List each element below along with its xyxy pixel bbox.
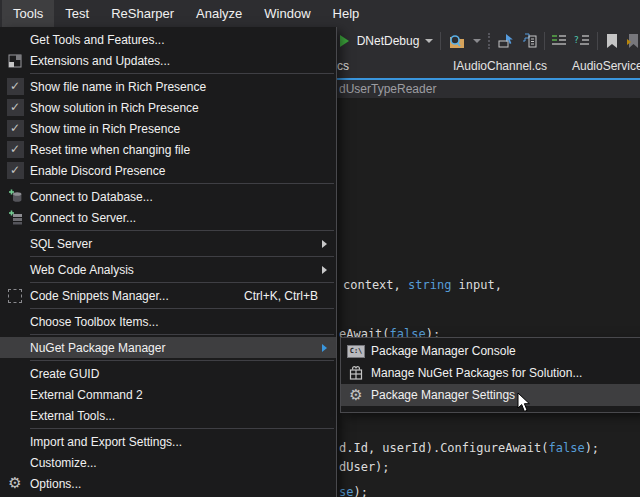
menu-item-choose-toolbox-items[interactable]: Choose Toolbox Items...: [0, 311, 336, 332]
menu-item-label: Create GUID: [30, 367, 99, 381]
menu-item-nuget-package-manager[interactable]: NuGet Package Manager: [0, 337, 336, 358]
submenu-item-package-manager-console[interactable]: C:\ Package Manager Console: [341, 340, 640, 362]
menu-icon-slot: ✓: [0, 141, 30, 158]
menu-separator: [30, 183, 334, 184]
code-text: context,: [343, 278, 408, 292]
vs-window: DNetDebug: [0, 0, 640, 497]
menubar-tools[interactable]: Tools: [2, 0, 54, 27]
code-text: input,: [451, 278, 502, 292]
menu-separator: [30, 230, 334, 231]
menu-item-label: Options...: [30, 477, 81, 491]
menu-item-create-guid[interactable]: Create GUID: [0, 363, 336, 384]
console-icon: C:\: [341, 345, 371, 358]
menu-item-label: Choose Toolbox Items...: [30, 315, 159, 329]
menu-item-show-time[interactable]: ✓ Show time in Rich Presence: [0, 118, 336, 139]
menu-separator: [30, 73, 334, 74]
menu-item-get-tools-and-features[interactable]: Get Tools and Features...: [0, 29, 336, 50]
menu-item-label: Enable Discord Presence: [30, 164, 165, 178]
check-icon: ✓: [7, 99, 24, 116]
menu-item-sql-server[interactable]: SQL Server: [0, 233, 336, 254]
menu-item-external-command-2[interactable]: External Command 2: [0, 384, 336, 405]
bookmark-icon: [605, 33, 619, 49]
code-line: dUser);: [339, 460, 390, 474]
navigate-cursor-button[interactable]: [498, 30, 514, 52]
menu-item-show-file-name[interactable]: ✓ Show file name in Rich Presence: [0, 76, 336, 97]
submenu-arrow-icon: [322, 240, 327, 248]
code-text: dUser);: [339, 460, 390, 474]
menu-item-label: Customize...: [30, 456, 97, 470]
menu-icon-slot: ✓: [0, 99, 30, 116]
submenu-item-package-manager-settings[interactable]: ⚙ Package Manager Settings: [341, 384, 640, 406]
menu-icon-slot: ✓: [0, 120, 30, 137]
format-lines-button[interactable]: [551, 30, 567, 52]
format-lines-alt-icon: ?: [574, 34, 590, 48]
menu-item-label: Code Snippets Manager...: [30, 289, 169, 303]
nuget-submenu: C:\ Package Manager Console Manage NuGet…: [340, 337, 640, 413]
tab-audioservice[interactable]: AudioService.cs: [572, 55, 640, 78]
menu-icon-slot: ✓: [0, 78, 30, 95]
menu-item-import-export-settings[interactable]: Import and Export Settings...: [0, 431, 336, 452]
code-keyword: string: [408, 278, 451, 292]
menu-item-label: SQL Server: [30, 237, 92, 251]
menubar-test[interactable]: Test: [54, 0, 100, 27]
menu-item-label: NuGet Package Manager: [30, 341, 165, 355]
copy-code-button[interactable]: [521, 30, 537, 52]
menubar-window[interactable]: Window: [253, 0, 321, 27]
menu-item-label: Package Manager Settings: [371, 388, 515, 402]
code-keyword: se: [339, 485, 353, 497]
run-button[interactable]: [339, 30, 350, 52]
menu-item-label: Import and Export Settings...: [30, 435, 182, 449]
menu-item-label: Web Code Analysis: [30, 263, 134, 277]
find-in-files-button[interactable]: [448, 30, 466, 52]
menu-item-web-code-analysis[interactable]: Web Code Analysis: [0, 259, 336, 280]
package-icon: [341, 366, 371, 380]
extensions-icon: [0, 54, 30, 68]
menu-item-label: Reset time when changing file: [30, 143, 190, 157]
console-icon-text: C:\: [347, 345, 365, 358]
submenu-item-manage-nuget-packages[interactable]: Manage NuGet Packages for Solution...: [341, 362, 640, 384]
menu-item-options[interactable]: ⚙ Options...: [0, 473, 336, 494]
check-icon: ✓: [7, 162, 24, 179]
menu-item-code-snippets-manager[interactable]: Code Snippets Manager... Ctrl+K, Ctrl+B: [0, 285, 336, 306]
menu-separator: [30, 360, 334, 361]
bookmark-next-button[interactable]: [626, 30, 640, 52]
find-in-files-icon: [448, 33, 466, 49]
add-database-icon: [0, 189, 30, 204]
menu-item-label: Show solution in Rich Presence: [30, 101, 199, 115]
bookmark-edge-icon: [626, 33, 640, 49]
mouse-cursor: [517, 392, 531, 413]
menu-item-connect-to-server[interactable]: Connect to Server...: [0, 207, 336, 228]
menubar-analyze[interactable]: Analyze: [185, 0, 253, 27]
toolbar-separator: [597, 32, 598, 50]
menu-item-reset-time[interactable]: ✓ Reset time when changing file: [0, 139, 336, 160]
menu-item-label: Get Tools and Features...: [30, 33, 165, 47]
menu-item-external-tools[interactable]: External Tools...: [0, 405, 336, 426]
menu-item-label: Show time in Rich Presence: [30, 122, 180, 136]
menu-item-label: Manage NuGet Packages for Solution...: [371, 366, 582, 380]
format-lines-alt-button[interactable]: ?: [574, 30, 590, 52]
bookmark-button[interactable]: [605, 30, 619, 52]
editor-navigation-bar[interactable]: dUserTypeReader: [337, 80, 640, 98]
code-text: );: [585, 441, 599, 455]
run-icon: [340, 35, 349, 47]
code-line: context, string input,: [343, 278, 502, 292]
code-line: se);: [339, 485, 368, 497]
check-icon: ✓: [7, 78, 24, 95]
tab-iaudiochannel[interactable]: IAudioChannel.cs: [453, 55, 547, 78]
menubar-help[interactable]: Help: [322, 0, 371, 27]
menu-item-show-solution[interactable]: ✓ Show solution in Rich Presence: [0, 97, 336, 118]
code-line: d.Id, userId).ConfigureAwait(false);: [339, 441, 599, 455]
menu-item-label: External Tools...: [30, 409, 115, 423]
menubar-resharper[interactable]: ReSharper: [100, 0, 185, 27]
code-text: d.Id, userId).ConfigureAwait(: [339, 441, 549, 455]
debug-config-dropdown[interactable]: DNetDebug: [357, 34, 434, 48]
menu-separator: [30, 308, 334, 309]
menu-item-customize[interactable]: Customize...: [0, 452, 336, 473]
menu-item-enable-discord-presence[interactable]: ✓ Enable Discord Presence: [0, 160, 336, 181]
toolbar-drag-handle[interactable]: [488, 33, 491, 49]
svg-text:?: ?: [574, 35, 579, 45]
menu-item-extensions-and-updates[interactable]: Extensions and Updates...: [0, 50, 336, 71]
menu-item-connect-to-database[interactable]: Connect to Database...: [0, 186, 336, 207]
tab-document-1[interactable]: cs: [337, 55, 349, 78]
find-dropdown-chevron-icon[interactable]: [473, 39, 481, 43]
